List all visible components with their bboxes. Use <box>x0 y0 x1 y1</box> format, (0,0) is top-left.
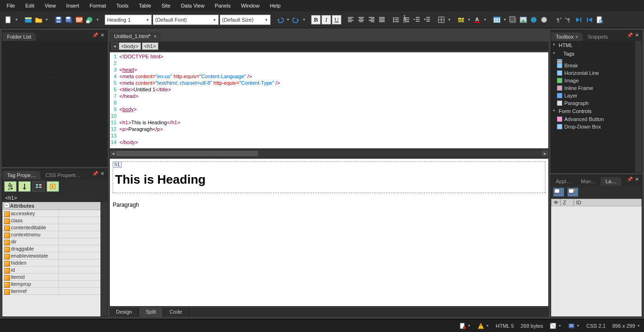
insert-image-icon[interactable] <box>519 15 528 24</box>
scroll-thumb[interactable] <box>116 151 258 156</box>
toolbox-item[interactable]: Advanced Button <box>551 115 635 123</box>
show-paragraph-icon[interactable]: ¶ <box>553 15 563 24</box>
toolbox-item[interactable]: Break <box>551 62 635 69</box>
attribute-row[interactable]: itemid <box>2 274 100 281</box>
scroll-left-icon[interactable]: ◄ <box>110 150 116 157</box>
document-tab[interactable]: Untitled_1.html* × <box>109 32 161 40</box>
toolbox-item[interactable]: Image <box>551 77 635 84</box>
close-icon[interactable]: ✕ <box>99 170 105 176</box>
borders-icon[interactable] <box>437 15 446 24</box>
snippets-tab[interactable]: Snippets <box>583 32 612 41</box>
attribute-value[interactable] <box>59 238 100 245</box>
toolbox-item[interactable]: Inline Frame <box>551 84 635 92</box>
attribute-value[interactable] <box>59 210 100 217</box>
attribute-value[interactable] <box>59 231 100 238</box>
menu-window[interactable]: Window <box>236 1 264 10</box>
attribute-value[interactable] <box>59 224 100 231</box>
list-number-icon[interactable]: 123 <box>402 15 411 24</box>
menu-file[interactable]: File <box>2 1 20 10</box>
attribute-row[interactable]: hidden <box>2 259 100 267</box>
font-color-icon[interactable]: A <box>472 15 482 24</box>
save-all-icon[interactable] <box>64 15 74 24</box>
attribute-value[interactable] <box>59 288 100 294</box>
css-properties-tab[interactable]: CSS Properti… <box>41 171 85 179</box>
attribute-value[interactable] <box>59 245 100 252</box>
redo-dropdown[interactable]: ▼ <box>302 15 306 24</box>
menu-table[interactable]: Table <box>134 1 156 10</box>
visibility-col-icon[interactable]: 👁 <box>551 199 561 206</box>
open-site-icon[interactable] <box>24 15 33 24</box>
breadcrumb-h1[interactable]: <h1> <box>142 42 158 50</box>
prev-bookmark-icon[interactable] <box>585 15 594 24</box>
layers-tab[interactable]: La… <box>601 177 621 186</box>
attribute-value[interactable] <box>59 274 100 280</box>
indent-icon[interactable] <box>422 15 432 24</box>
breadcrumb-body[interactable]: <body> <box>119 42 141 50</box>
preview-heading[interactable]: This is Heading <box>115 172 543 187</box>
attribute-value[interactable] <box>59 252 100 259</box>
status-doctype[interactable]: HTML 5 <box>495 323 514 329</box>
next-bookmark-icon[interactable] <box>574 15 584 24</box>
attribute-row[interactable]: itemprop <box>2 281 100 288</box>
underline-button[interactable]: U <box>332 15 341 24</box>
undo-icon[interactable] <box>275 15 285 24</box>
status-errors-icon[interactable]: !▼ <box>478 323 489 329</box>
menu-site[interactable]: Site <box>157 1 175 10</box>
view-code-tab[interactable]: Code <box>163 308 189 317</box>
folder-list-tab[interactable]: Folder List <box>2 32 36 41</box>
attribute-value[interactable] <box>59 267 100 273</box>
sort-category-button[interactable] <box>18 181 31 192</box>
menu-edit[interactable]: Edit <box>21 1 39 10</box>
breadcrumb-left-icon[interactable]: ◄ <box>111 42 118 50</box>
preview-browser-icon[interactable] <box>85 15 94 24</box>
menu-dataview[interactable]: Data View <box>176 1 209 10</box>
menu-help[interactable]: Help <box>265 1 285 10</box>
id-col[interactable]: ID <box>574 199 642 206</box>
selected-element-box[interactable]: h1 This is Heading <box>113 162 545 193</box>
sort-alpha-button[interactable]: AZ <box>4 181 17 192</box>
close-icon[interactable]: ✕ <box>634 177 640 182</box>
preview-paragraph[interactable]: Paragragh <box>113 202 545 208</box>
attribute-row[interactable]: draggable <box>2 245 100 252</box>
attribute-row[interactable]: enableviewstate <box>2 252 100 259</box>
close-tab-icon[interactable]: × <box>154 33 157 39</box>
font-select[interactable]: (Default Font)▼ <box>153 15 219 25</box>
insert-hyperlink-icon[interactable] <box>529 15 538 24</box>
toolbox-item[interactable]: Layer <box>551 92 635 99</box>
status-visual-aids-icon[interactable]: ▼ <box>550 323 561 329</box>
style-select[interactable]: Heading 1▼ <box>105 15 152 25</box>
insert-table-dropdown[interactable]: ▼ <box>503 15 507 24</box>
toolbox-item[interactable]: Horizontal Line <box>551 69 635 77</box>
size-select[interactable]: (Default Size)▼ <box>220 15 271 25</box>
tag-properties-tab[interactable]: Tag Prope… <box>2 171 41 179</box>
toolbox-group[interactable]: HTML <box>551 41 635 49</box>
attributes-group[interactable]: Attributes <box>2 202 100 210</box>
toolbox-item[interactable]: Paragraph <box>551 99 635 107</box>
insert-layer-icon[interactable] <box>508 15 518 24</box>
view-design-tab[interactable]: Design <box>109 308 139 317</box>
new-file-dropdown[interactable]: ▼ <box>14 15 19 24</box>
save-icon[interactable] <box>54 15 63 24</box>
status-css-mode-icon[interactable]: ▼ <box>568 323 580 329</box>
open-file-icon[interactable] <box>34 15 43 24</box>
attribute-row[interactable]: class <box>2 217 100 224</box>
list-bullet-icon[interactable] <box>391 15 401 24</box>
align-left-icon[interactable] <box>346 15 355 24</box>
insert-bookmark-icon[interactable] <box>539 15 549 24</box>
tag-props-scrollbar[interactable] <box>100 202 107 316</box>
pin-icon[interactable]: 📌 <box>627 177 633 182</box>
menu-panels[interactable]: Panels <box>210 1 236 10</box>
status-schema-icon[interactable]: ▼ <box>459 323 471 329</box>
toolbox-scrollbar[interactable] <box>635 41 642 172</box>
insert-table-icon[interactable] <box>492 15 502 24</box>
menu-view[interactable]: View <box>40 1 61 10</box>
attribute-row[interactable]: accesskey <box>2 210 100 217</box>
pin-icon[interactable]: 📌 <box>92 32 98 38</box>
outdent-icon[interactable] <box>412 15 421 24</box>
menu-tools[interactable]: Tools <box>112 1 133 10</box>
close-icon[interactable]: ✕ <box>99 32 105 38</box>
attribute-row[interactable]: dir <box>2 238 100 245</box>
align-justify-icon[interactable] <box>377 15 387 24</box>
align-center-icon[interactable] <box>356 15 366 24</box>
view-split-tab[interactable]: Split <box>139 308 163 317</box>
